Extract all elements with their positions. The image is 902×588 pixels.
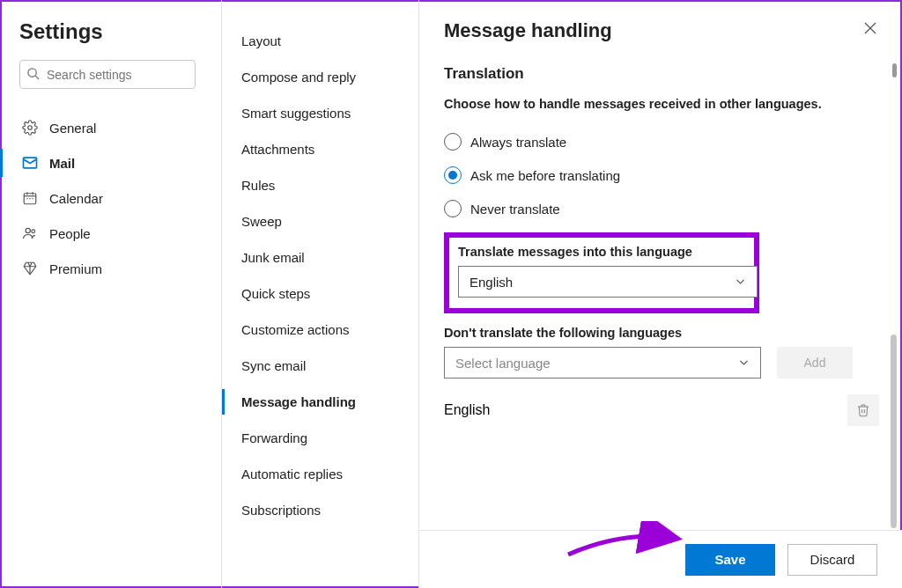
subnav-sync-email[interactable]: Sync email — [222, 348, 418, 384]
add-button: Add — [777, 347, 853, 379]
subnav-rules[interactable]: Rules — [222, 167, 418, 203]
excluded-language-name: English — [444, 402, 490, 418]
subnav-forwarding[interactable]: Forwarding — [222, 420, 418, 456]
nav-item-calendar[interactable]: Calendar — [19, 180, 207, 216]
svg-point-10 — [26, 228, 30, 232]
settings-title: Settings — [19, 19, 207, 44]
svg-point-0 — [28, 69, 36, 77]
chevron-down-icon — [735, 275, 746, 290]
nav-item-mail[interactable]: Mail — [19, 145, 207, 180]
subnav-message-handling[interactable]: Message handling — [222, 384, 418, 420]
subnav-sweep[interactable]: Sweep — [222, 203, 418, 239]
subnav-list: Layout Compose and reply Smart suggestio… — [222, 23, 418, 528]
nav-label: General — [49, 121, 96, 136]
dont-translate-label: Don't translate the following languages — [444, 326, 877, 340]
translate-into-select[interactable]: English — [458, 266, 758, 298]
nav-label: Mail — [49, 156, 75, 171]
nav-label: Premium — [49, 261, 102, 276]
close-button[interactable] — [863, 21, 877, 39]
radio-icon — [444, 133, 462, 151]
save-button[interactable]: Save — [685, 544, 775, 576]
dont-translate-row: Select language Add — [444, 347, 877, 379]
premium-icon — [21, 260, 39, 277]
radio-label: Always translate — [470, 135, 566, 150]
delete-language-button[interactable] — [847, 394, 879, 426]
subnav-subscriptions[interactable]: Subscriptions — [222, 492, 418, 528]
footer-bar: Save Discard — [419, 530, 902, 588]
svg-point-11 — [32, 230, 35, 233]
search-icon — [26, 67, 40, 84]
radio-label: Ask me before translating — [470, 168, 620, 183]
subnav-layout[interactable]: Layout — [222, 23, 418, 59]
translate-into-label: Translate messages into this language — [458, 245, 745, 259]
translation-description: Choose how to handle messages received i… — [444, 97, 877, 111]
radio-label: Never translate — [470, 202, 560, 217]
dont-translate-select[interactable]: Select language — [444, 347, 761, 379]
nav-item-premium[interactable]: Premium — [19, 251, 207, 286]
chevron-down-icon — [738, 356, 750, 371]
settings-sidebar: Settings General Mail Calendar People Pr… — [0, 0, 222, 588]
settings-subnav: Layout Compose and reply Smart suggestio… — [222, 0, 419, 588]
nav-label: People — [49, 226, 91, 241]
subnav-quick-steps[interactable]: Quick steps — [222, 276, 418, 312]
svg-point-2 — [28, 126, 33, 130]
gear-icon — [21, 119, 39, 136]
nav-item-people[interactable]: People — [19, 216, 207, 251]
radio-ask-before[interactable]: Ask me before translating — [444, 158, 877, 192]
content-title: Message handling — [444, 19, 877, 42]
select-value: English — [469, 275, 513, 290]
scrollbar-main[interactable] — [891, 334, 897, 528]
calendar-icon — [21, 189, 39, 207]
radio-never-translate[interactable]: Never translate — [444, 192, 877, 225]
nav-list: General Mail Calendar People Premium — [19, 110, 207, 286]
subnav-junk-email[interactable]: Junk email — [222, 239, 418, 276]
settings-content: Message handling Translation Choose how … — [419, 0, 902, 588]
nav-item-general[interactable]: General — [19, 110, 207, 145]
search-input[interactable] — [19, 60, 196, 89]
radio-icon — [444, 200, 462, 217]
subnav-compose-reply[interactable]: Compose and reply — [222, 59, 418, 95]
subnav-attachments[interactable]: Attachments — [222, 131, 418, 167]
radio-icon — [444, 166, 462, 184]
search-wrap — [19, 60, 207, 89]
radio-always-translate[interactable]: Always translate — [444, 125, 877, 158]
people-icon — [21, 224, 39, 242]
mail-icon — [21, 154, 39, 172]
subnav-smart-suggestions[interactable]: Smart suggestions — [222, 95, 418, 131]
excluded-language-row: English — [444, 394, 879, 426]
select-placeholder: Select language — [455, 356, 551, 371]
discard-button[interactable]: Discard — [787, 544, 877, 576]
subnav-customize-actions[interactable]: Customize actions — [222, 312, 418, 348]
nav-label: Calendar — [49, 191, 103, 206]
translate-into-highlight: Translate messages into this language En… — [444, 232, 759, 313]
scrollbar-top[interactable] — [892, 63, 897, 77]
subnav-automatic-replies[interactable]: Automatic replies — [222, 456, 418, 492]
translation-heading: Translation — [444, 65, 877, 83]
svg-line-1 — [35, 76, 39, 79]
